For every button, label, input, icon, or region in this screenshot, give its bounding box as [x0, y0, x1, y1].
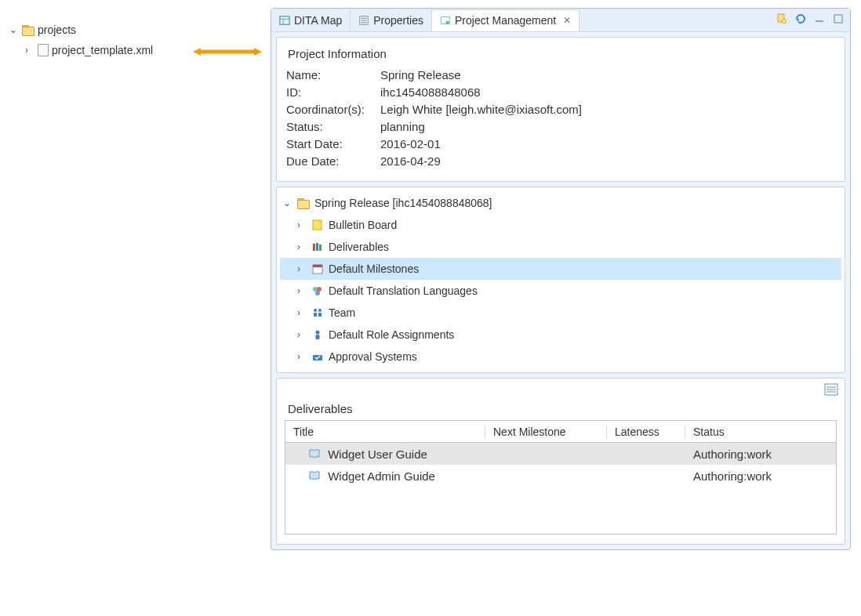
table-header: Title Next Milestone Lateness Status	[285, 421, 836, 443]
books-icon	[311, 241, 324, 253]
info-label: Name:	[286, 68, 380, 82]
section-title: Deliverables	[288, 402, 837, 415]
info-value: 2016-02-01	[380, 137, 835, 150]
column-header-lateness[interactable]: Lateness	[607, 426, 685, 438]
info-label: Coordinator(s):	[286, 103, 380, 116]
tree-label: Bulletin Board	[329, 219, 397, 231]
svg-point-29	[315, 291, 320, 295]
tree-label: projects	[38, 24, 76, 36]
globe-icon	[311, 284, 324, 297]
chevron-right-icon[interactable]: ›	[297, 219, 307, 230]
tree-item-translation-languages[interactable]: › Default Translation Languages	[280, 280, 841, 302]
project-icon	[440, 15, 451, 26]
map-icon	[279, 15, 290, 26]
checkbox-icon	[311, 350, 324, 363]
info-label: Due Date:	[286, 154, 380, 168]
svg-rect-35	[316, 335, 320, 339]
svg-rect-22	[319, 245, 322, 251]
tree-label: Approval Systems	[329, 350, 417, 363]
column-header-title[interactable]: Title	[285, 426, 485, 438]
tab-label: Project Management	[455, 14, 556, 27]
project-information-section: Project Information Name: Spring Release…	[276, 37, 845, 182]
tree-item-role-assignments[interactable]: › Default Role Assignments	[280, 324, 841, 346]
tab-dita-map[interactable]: DITA Map	[271, 9, 351, 31]
chevron-right-icon[interactable]: ›	[297, 263, 307, 274]
tree-item-bulletin-board[interactable]: › Bulletin Board	[280, 214, 841, 236]
book-icon	[309, 469, 320, 479]
chevron-down-icon[interactable]: ⌄	[283, 197, 292, 208]
table-row[interactable]: Widget Admin Guide Authoring:work	[285, 465, 836, 487]
panel-toolbar	[775, 12, 845, 26]
cell-status: Authoring:work	[685, 469, 836, 483]
details-button[interactable]	[824, 383, 838, 396]
tree-label: Deliverables	[329, 241, 389, 253]
tree-label: Default Role Assignments	[329, 328, 454, 341]
tree-root-spring-release[interactable]: ⌄ Spring Release [ihc1454088848068]	[280, 192, 841, 214]
info-row-name: Name: Spring Release	[286, 68, 835, 82]
chevron-right-icon[interactable]: ›	[25, 45, 35, 56]
svg-point-30	[314, 309, 317, 312]
info-label: Start Date:	[286, 137, 380, 150]
column-header-status[interactable]: Status	[685, 426, 819, 438]
tab-project-management[interactable]: Project Management ✕	[432, 9, 579, 31]
svg-rect-3	[280, 16, 289, 24]
tree-root-projects[interactable]: ⌄ projects	[9, 20, 190, 40]
info-row-due: Due Date: 2016-04-29	[286, 154, 835, 168]
note-icon	[311, 219, 324, 231]
annotation-arrow-icon	[193, 47, 262, 56]
chevron-right-icon[interactable]: ›	[297, 285, 307, 296]
tree-label: Default Translation Languages	[329, 284, 478, 297]
svg-rect-32	[314, 313, 317, 317]
tab-label: DITA Map	[294, 14, 342, 27]
tree-item-deliverables[interactable]: › Deliverables	[280, 236, 841, 258]
tree-label: Default Milestones	[329, 263, 419, 275]
minimize-button[interactable]	[812, 12, 826, 26]
svg-rect-20	[313, 244, 315, 251]
maximize-button[interactable]	[831, 12, 845, 26]
chevron-right-icon[interactable]: ›	[297, 241, 307, 252]
deliverables-section: Deliverables Title Next Milestone Latene…	[276, 378, 845, 545]
svg-rect-18	[834, 15, 842, 23]
tree-item-project-template[interactable]: › project_template.xml	[9, 40, 190, 60]
info-value: 2016-04-29	[380, 154, 835, 168]
calendar-icon	[311, 263, 324, 275]
tree-item-team[interactable]: › Team	[280, 302, 841, 324]
info-value: Leigh White [leigh.white@ixiasoft.com]	[380, 103, 835, 116]
book-icon	[309, 448, 320, 457]
cell-title: Widget User Guide	[328, 448, 427, 461]
svg-rect-17	[816, 20, 823, 22]
svg-point-31	[318, 309, 322, 312]
svg-rect-24	[313, 265, 322, 267]
person-icon	[311, 328, 324, 341]
chevron-right-icon[interactable]: ›	[297, 329, 307, 340]
table-row[interactable]: Widget User Guide Authoring:work	[285, 443, 836, 465]
tree-item-approval-systems[interactable]: › Approval Systems	[280, 346, 841, 368]
svg-point-11	[445, 20, 449, 24]
tree-label: Team	[329, 306, 355, 319]
tab-label: Properties	[373, 14, 423, 27]
folder-icon	[297, 197, 310, 208]
info-value: Spring Release	[380, 68, 835, 82]
project-explorer-tree: ⌄ projects › project_template.xml	[9, 20, 190, 60]
info-row-start: Start Date: 2016-02-01	[286, 137, 835, 150]
tab-strip: DITA Map Properties Project Management ✕	[271, 9, 850, 32]
chevron-right-icon[interactable]: ›	[297, 307, 307, 318]
new-button[interactable]	[775, 12, 789, 26]
tree-item-default-milestones[interactable]: › Default Milestones	[280, 258, 841, 280]
team-icon	[311, 306, 324, 319]
chevron-down-icon[interactable]: ⌄	[9, 24, 19, 35]
close-icon[interactable]: ✕	[560, 15, 571, 26]
info-row-coordinator: Coordinator(s): Leigh White [leigh.white…	[286, 103, 835, 116]
chevron-right-icon[interactable]: ›	[297, 351, 307, 362]
info-row-id: ID: ihc1454088848068	[286, 85, 835, 99]
properties-icon	[358, 15, 369, 26]
tab-properties[interactable]: Properties	[351, 9, 432, 31]
file-icon	[38, 44, 49, 56]
refresh-button[interactable]	[794, 12, 808, 26]
svg-rect-33	[318, 313, 322, 317]
svg-rect-21	[316, 243, 318, 251]
info-label: Status:	[286, 120, 380, 133]
info-value: planning	[380, 120, 835, 133]
column-header-next[interactable]: Next Milestone	[485, 426, 607, 438]
svg-point-34	[316, 331, 320, 335]
